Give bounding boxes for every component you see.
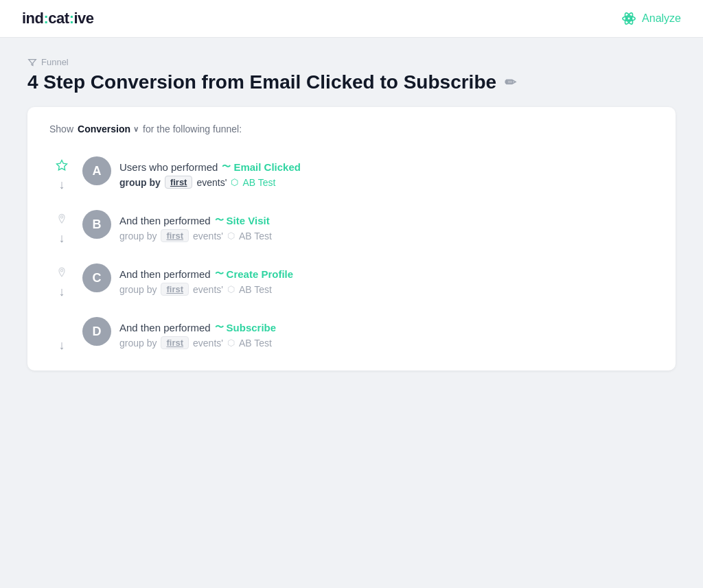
step-d-left: ↓ [49, 317, 74, 351]
pin-icon-c[interactable] [56, 265, 67, 280]
wave-icon-a: 〜 [222, 161, 231, 173]
step-b-group: group by [119, 231, 157, 242]
step-d-events: events' [193, 338, 223, 349]
tag-icon-b: ⬡ [227, 231, 235, 241]
step-a-event: Email Clicked [233, 161, 301, 173]
step-c-body: And then performed 〜 Create Profile grou… [119, 263, 654, 296]
step-d-line2: group by first events' ⬡ AB Test [119, 336, 654, 349]
step-d-line1: And then performed 〜 Subscribe [119, 321, 654, 333]
show-suffix: for the following funnel: [143, 124, 242, 134]
step-c-event: Create Profile [227, 268, 294, 280]
analyze-button[interactable]: Analyze [621, 11, 681, 26]
funnel-icon [27, 58, 37, 67]
step-d-circle: D [82, 317, 111, 346]
step-c-circle: C [82, 263, 111, 292]
spacer-a-b [49, 193, 654, 204]
step-d-first[interactable]: first [161, 336, 189, 349]
step-d-event-link[interactable]: 〜 Subscribe [215, 321, 277, 333]
step-a-left: ↓ [49, 156, 74, 191]
step-c-group: group by [119, 284, 157, 295]
tag-icon-a: ⬡ [231, 177, 238, 187]
star-icon[interactable] [56, 158, 68, 173]
step-b-event: Site Visit [227, 215, 270, 226]
spacer-c-d [49, 301, 654, 311]
step-row-a: ↓ A Users who performed 〜 Email Clicked … [49, 151, 654, 193]
svg-marker-4 [57, 161, 67, 170]
step-b-ab-link[interactable]: AB Test [239, 231, 272, 242]
step-b-line2: group by first events' ⬡ AB Test [119, 229, 654, 242]
step-a-arrow: ↓ [59, 178, 65, 191]
step-b-first[interactable]: first [161, 229, 189, 242]
step-a-line1: Users who performed 〜 Email Clicked [119, 161, 654, 173]
step-c-event-link[interactable]: 〜 Create Profile [215, 268, 294, 280]
breadcrumb: Funnel [27, 57, 676, 67]
analyze-label: Analyze [642, 12, 681, 25]
wave-icon-c: 〜 [215, 268, 224, 280]
wave-icon-d: 〜 [215, 321, 224, 333]
step-d-arrow: ↓ [59, 339, 65, 351]
analyze-icon [621, 11, 636, 26]
step-b-id: B [93, 217, 102, 232]
svg-point-5 [60, 216, 62, 218]
step-b-event-link[interactable]: 〜 Site Visit [215, 214, 270, 226]
app-header: ind:cat:ive Analyze [0, 0, 703, 38]
funnel-steps: ↓ A Users who performed 〜 Email Clicked … [49, 151, 654, 354]
spacer-b-c [49, 247, 654, 258]
logo-text-ind: ind [22, 10, 44, 27]
step-a-ab-link[interactable]: AB Test [242, 177, 275, 188]
step-c-prefix: And then performed [119, 268, 211, 280]
step-a-events: events' [196, 177, 227, 188]
step-b-body: And then performed 〜 Site Visit group by… [119, 210, 654, 242]
step-a-body: Users who performed 〜 Email Clicked grou… [119, 156, 654, 189]
step-d-body: And then performed 〜 Subscribe group by … [119, 317, 654, 349]
show-prefix: Show [49, 124, 73, 134]
step-c-left: ↓ [49, 263, 74, 298]
step-b-events: events' [193, 231, 223, 242]
step-b-prefix: And then performed [119, 215, 211, 226]
logo-text-cat: cat [48, 10, 69, 27]
app-logo: ind:cat:ive [22, 10, 94, 27]
step-row-c: ↓ C And then performed 〜 Create Profile … [49, 258, 654, 301]
step-c-events: events' [193, 284, 223, 295]
step-a-group: group by [119, 177, 161, 188]
step-row-d: ↓ D And then performed 〜 Subscribe group… [49, 311, 654, 354]
step-b-left: ↓ [49, 210, 74, 244]
main-content: Funnel 4 Step Conversion from Email Clic… [0, 38, 703, 588]
svg-point-6 [60, 270, 62, 272]
step-c-line2: group by first events' ⬡ AB Test [119, 283, 654, 296]
step-a-line2: group by first events' ⬡ AB Test [119, 176, 654, 189]
step-c-first[interactable]: first [161, 283, 189, 296]
step-d-prefix: And then performed [119, 322, 211, 333]
step-c-arrow: ↓ [59, 285, 65, 298]
step-a-id: A [93, 164, 102, 178]
svg-point-0 [627, 17, 631, 21]
page-title-text: 4 Step Conversion from Email Clicked to … [27, 71, 496, 93]
metric-select[interactable]: Conversion ∨ [78, 124, 139, 134]
edit-icon[interactable]: ✏ [505, 74, 516, 91]
tag-icon-d: ⬡ [227, 338, 235, 348]
logo-text-ive: ive [73, 10, 93, 27]
step-a-first[interactable]: first [165, 176, 193, 189]
step-a-prefix: Users who performed [119, 161, 218, 173]
step-d-ab-link[interactable]: AB Test [239, 338, 272, 349]
step-d-group: group by [119, 338, 157, 349]
wave-icon-b: 〜 [215, 214, 224, 226]
chevron-down-icon: ∨ [133, 125, 139, 134]
step-d-id: D [93, 325, 102, 339]
step-a-circle: A [82, 156, 111, 185]
step-b-arrow: ↓ [59, 232, 65, 244]
breadcrumb-label: Funnel [41, 57, 69, 67]
funnel-card: Show Conversion ∨ for the following funn… [27, 107, 676, 371]
tag-icon-c: ⬡ [227, 284, 235, 294]
step-c-id: C [93, 271, 102, 285]
pin-icon-b[interactable] [56, 211, 67, 226]
step-b-circle: B [82, 210, 111, 239]
metric-label: Conversion [78, 124, 130, 134]
step-row-b: ↓ B And then performed 〜 Site Visit grou… [49, 204, 654, 247]
step-c-ab-link[interactable]: AB Test [239, 284, 272, 295]
step-a-event-link[interactable]: 〜 Email Clicked [222, 161, 301, 173]
page-title: 4 Step Conversion from Email Clicked to … [27, 71, 676, 93]
step-d-event: Subscribe [227, 322, 277, 333]
show-bar: Show Conversion ∨ for the following funn… [49, 124, 654, 134]
step-b-line1: And then performed 〜 Site Visit [119, 214, 654, 226]
